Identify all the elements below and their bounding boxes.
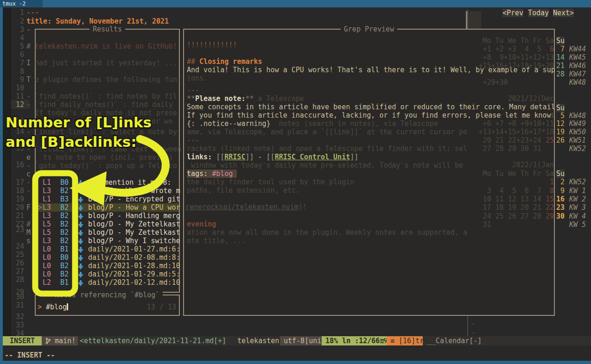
status-segment-git: main! [42, 336, 78, 345]
backlinks-count: B3 [60, 195, 69, 203]
status-segment-mode: INSERT [3, 336, 42, 345]
prompt-window[interactable]: Notes referencing `#blog` [35, 295, 180, 316]
backlinks-count: B2 [60, 220, 69, 228]
links-count: L1 [43, 195, 51, 203]
result-filename: daily/2021-02-12.md:10 [88, 278, 180, 287]
down-arrow-icon [78, 280, 83, 288]
status-segment-enc: utf-8[unix] [280, 336, 322, 345]
result-row[interactable]: L1B3blog/P - Encrypted git [36, 195, 179, 203]
tmux-title: tmux -2 [2, 0, 26, 7]
calendar-nav-button[interactable]: <Prev [502, 9, 523, 17]
backlinks-count: B2 [60, 203, 69, 212]
links-count: L0 [43, 253, 51, 262]
result-row[interactable]: L3B2blog/P - Handling merg [36, 212, 179, 220]
backlinks-count: B1 [60, 278, 69, 287]
backlinks-count: B0 [60, 178, 69, 187]
tmux-title-bar: tmux -2 [0, 0, 591, 7]
selection-caret: > [38, 203, 42, 212]
status-segment-cal: __Calendar[-] [424, 336, 485, 345]
gutter-strip [3, 7, 11, 336]
result-filename: blog/P - Why I wrote m [88, 187, 180, 195]
terminal-left-border [0, 7, 3, 364]
links-count: L0 [43, 245, 51, 253]
annotation-text-line1: Number of [L]inks [6, 113, 152, 132]
result-row[interactable]: L0B1daily/2021-01-27.md:6: [36, 245, 179, 253]
result-row[interactable]: L5B2blog/D - My Zettelkast [36, 220, 179, 228]
statusline: INSERT main!<ettelkasten/daily/2021-11-2… [3, 336, 591, 345]
git-branch-icon [45, 337, 51, 345]
result-filename: daily/2021-01-28.md:10 [88, 262, 180, 270]
result-row[interactable]: L0B2daily/2021-01-28.md:10 [36, 262, 179, 270]
links-count: L5 [43, 220, 51, 228]
cursorline-highlight [11, 100, 30, 109]
result-filename: blog/D - My Zettelkast [88, 228, 180, 237]
links-count: L3 [43, 237, 51, 245]
prompt-title: Notes referencing `#blog` [52, 291, 163, 299]
backlinks-count: B2 [60, 270, 69, 278]
status-segment-pos: 18% ln :12/66≡℅:50 [322, 336, 387, 345]
terminal-screen: tmux -2 Results Notes referencing `#blog… [0, 0, 591, 364]
preview-title: Grep Preview [341, 25, 397, 33]
links-count: L2 [43, 278, 51, 287]
result-row[interactable]: >L3B2blog/P - How a CPU wor [36, 203, 179, 212]
result-row[interactable]: L3B2blog/P - Why I switche [36, 237, 179, 245]
grep-preview-window: Grep Preview [183, 29, 555, 316]
terminal-bottom-border [0, 361, 591, 364]
status-segment-tab: ≡ [16]tra… [387, 336, 423, 345]
links-count: L1 [43, 178, 51, 187]
backlinks-count: B2 [60, 262, 69, 270]
result-filename: daily/2021-01-27.md:6: [88, 245, 180, 253]
backlinks-count: B2 [60, 187, 69, 195]
result-filename: daily/2021-01-29.md:5: [88, 270, 180, 278]
result-filename: blog/P - Why I switche [88, 237, 180, 245]
result-filename: blog/D - My Zettelkast [88, 220, 180, 228]
result-row[interactable]: L1B0i mention it.md:8: [36, 178, 179, 187]
annotation-text-line2: and [B]acklinks: [6, 132, 137, 151]
links-count: L0 [43, 270, 51, 278]
backlinks-count: B2 [60, 228, 69, 237]
result-row[interactable]: L2B1daily/2021-02-12.md:10 [36, 278, 179, 287]
result-row[interactable]: L0B2daily/2021-01-29.md:5: [36, 270, 179, 278]
status-segment-plain: telekasten [234, 336, 283, 345]
backlinks-count: B2 [60, 212, 69, 220]
backlinks-count: B2 [60, 237, 69, 245]
result-filename: daily/2021-02-08.md:8: [88, 253, 180, 262]
result-filename: blog/P - Handling merg [88, 212, 180, 220]
links-count: L3 [43, 187, 51, 195]
calendar-nav-button[interactable]: Next> [553, 9, 574, 17]
result-row[interactable]: L3B2blog/P - Why I wrote m [36, 187, 179, 195]
calendar-nav-button[interactable]: Today [528, 9, 549, 17]
result-row[interactable]: L5B2blog/D - My Zettelkast [36, 228, 179, 237]
result-filename: blog/P - How a CPU wor [88, 203, 180, 212]
vim-mode-message: -- INSERT -- [5, 351, 55, 359]
links-count: L5 [43, 228, 51, 237]
result-filename: i mention it.md:8: [96, 178, 172, 187]
links-count: L0 [43, 262, 51, 270]
links-count: L3 [43, 203, 51, 212]
status-segment-file: <ettelkasten/daily/2021-11-21.md[+] [76, 336, 230, 345]
backlinks-count: B1 [60, 245, 69, 253]
links-count: L3 [43, 212, 51, 220]
results-title: Results [89, 25, 125, 33]
backlinks-count: B0 [60, 253, 69, 262]
result-filename: blog/P - Encrypted git [88, 195, 180, 203]
result-row[interactable]: L0B0daily/2021-02-08.md:8: [36, 253, 179, 262]
